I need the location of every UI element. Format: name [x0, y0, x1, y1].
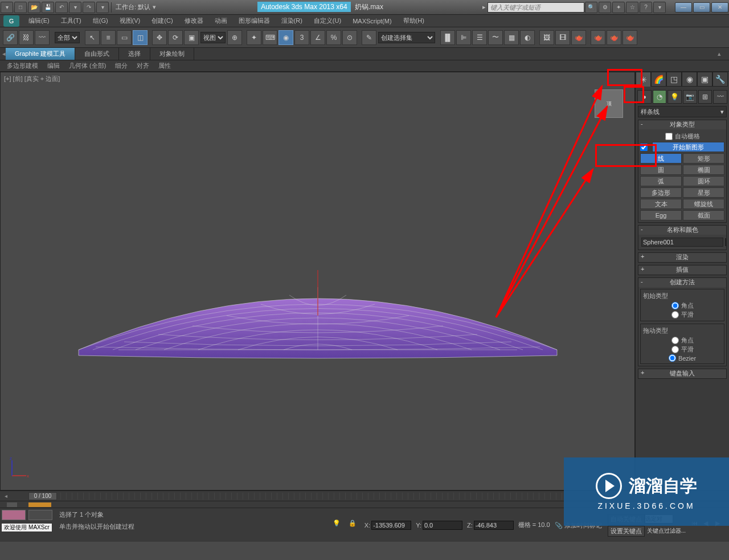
tab-modify-icon[interactable]: 🌈: [651, 72, 666, 87]
tab-motion-icon[interactable]: ◉: [682, 72, 697, 87]
curve-editor-icon[interactable]: 〜: [488, 30, 503, 45]
subtab-cameras-icon[interactable]: 📷: [683, 90, 697, 104]
render-frame-icon[interactable]: 🎞: [555, 30, 570, 45]
help-icon[interactable]: ?: [640, 2, 652, 13]
snap-icon[interactable]: ◉: [279, 30, 293, 45]
render-active-icon[interactable]: 🫖: [622, 30, 637, 45]
spinner-snap-icon[interactable]: ⊙: [342, 30, 357, 45]
favorite-icon[interactable]: ☆: [626, 2, 638, 13]
app-menu-icon[interactable]: ▾: [1, 2, 13, 13]
coord-x-input[interactable]: [371, 521, 411, 530]
select-name-icon[interactable]: ≡: [101, 30, 116, 45]
rollout-header-name[interactable]: -名称和颜色: [638, 226, 726, 235]
ribbon-min-icon[interactable]: ▴: [718, 50, 729, 58]
setkey-button[interactable]: 设置关键点: [608, 526, 645, 537]
sub-subdiv[interactable]: 细分: [110, 60, 132, 71]
sub-properties[interactable]: 属性: [154, 60, 175, 71]
track-toggle-icon[interactable]: [7, 502, 17, 507]
menu-animation[interactable]: 动画: [209, 15, 233, 27]
btn-text[interactable]: 文本: [640, 199, 682, 209]
menu-group[interactable]: 组(G): [87, 15, 114, 27]
sub-geometry[interactable]: 几何体 (全部): [64, 60, 110, 71]
tab-utilities-icon[interactable]: 🔧: [712, 72, 728, 87]
move-icon[interactable]: ✥: [152, 30, 167, 45]
sel-lock-icon[interactable]: 🔒: [349, 520, 360, 531]
render-icon[interactable]: 🫖: [571, 30, 586, 45]
viewport[interactable]: [+] [前] [真实 + 边面] 顶: [0, 72, 635, 490]
link-icon[interactable]: 🔗: [3, 30, 18, 45]
btn-helix[interactable]: 螺旋线: [683, 199, 724, 209]
mini-viewport-1[interactable]: [2, 510, 26, 520]
btn-arc[interactable]: 弧: [640, 176, 682, 186]
btn-circle[interactable]: 圆: [640, 165, 682, 175]
angle-snap-icon[interactable]: ∠: [310, 30, 325, 45]
timeline-left-icon[interactable]: ◂: [0, 493, 11, 499]
window-crossing-icon[interactable]: ◫: [133, 30, 148, 45]
help-search-icon[interactable]: 🔍: [585, 2, 597, 13]
viewcube[interactable]: 顶: [595, 89, 623, 118]
radio-drag-corner[interactable]: [671, 337, 679, 344]
exchange-icon[interactable]: ✦: [612, 2, 625, 13]
viewport-label[interactable]: [+] [前] [真实 + 边面]: [4, 75, 60, 83]
ribbon-tab-graphite[interactable]: Graphite 建模工具: [6, 48, 75, 60]
rollout-header-render[interactable]: +渲染: [638, 253, 726, 262]
menu-tools[interactable]: 工具(T): [55, 15, 87, 27]
ribbon-collapse-icon[interactable]: ◂: [0, 50, 6, 58]
maximize-button[interactable]: ▭: [693, 2, 710, 13]
named-set-select[interactable]: 创建选择集: [378, 32, 435, 43]
rollout-header-object-type[interactable]: -对象类型: [638, 120, 726, 129]
select-icon[interactable]: ↖: [85, 30, 100, 45]
coord-y-input[interactable]: [423, 521, 462, 530]
tab-display-icon[interactable]: ▣: [697, 72, 712, 87]
subtab-spacewarps-icon[interactable]: 〰: [713, 90, 727, 104]
btn-line[interactable]: 线: [640, 153, 682, 163]
mini-viewport-2[interactable]: [28, 510, 52, 520]
ribbon-tab-freeform[interactable]: 自由形式: [75, 48, 119, 60]
sub-align[interactable]: 对齐: [132, 60, 154, 71]
redo-icon[interactable]: ↷: [83, 2, 95, 13]
subtab-lights-icon[interactable]: 💡: [667, 90, 682, 104]
bind-icon[interactable]: 〰: [35, 30, 50, 45]
menu-edit[interactable]: 编辑(E): [23, 15, 55, 27]
render-prod-icon[interactable]: 🫖: [591, 30, 605, 45]
material-icon[interactable]: ◐: [520, 30, 535, 45]
undo-dd-icon[interactable]: ▾: [69, 2, 81, 13]
workspace-label[interactable]: 工作台: 默认: [116, 3, 150, 11]
subscription-icon[interactable]: ⚙: [599, 2, 611, 13]
subtab-shapes-icon[interactable]: ◔: [653, 90, 667, 104]
menu-create[interactable]: 创建(C): [146, 15, 178, 27]
search-input[interactable]: [488, 2, 584, 13]
btn-rectangle[interactable]: 矩形: [683, 153, 724, 163]
help-dd-icon[interactable]: ▾: [653, 2, 666, 13]
selection-filter-select[interactable]: 全部: [55, 32, 80, 43]
radio-drag-smooth[interactable]: [671, 346, 679, 353]
menu-modifiers[interactable]: 修改器: [179, 15, 209, 27]
keyfilter-button[interactable]: 关键点过滤器...: [647, 527, 686, 535]
category-select[interactable]: 样条线▾: [638, 106, 727, 117]
tab-hierarchy-icon[interactable]: ◳: [666, 72, 682, 87]
app-logo-icon[interactable]: G: [3, 15, 19, 27]
render-iter-icon[interactable]: 🫖: [607, 30, 621, 45]
percent-snap-icon[interactable]: %: [326, 30, 341, 45]
radio-initial-corner[interactable]: [671, 302, 679, 309]
new-icon[interactable]: □: [14, 2, 27, 13]
coord-z-input[interactable]: [474, 521, 514, 530]
menu-help[interactable]: 帮助(H): [398, 15, 430, 27]
open-icon[interactable]: 📂: [28, 2, 40, 13]
close-button[interactable]: ✕: [711, 2, 728, 13]
menu-maxscript[interactable]: MAXScript(M): [347, 16, 397, 26]
select-region-icon[interactable]: ▭: [117, 30, 132, 45]
btn-egg[interactable]: Egg: [640, 210, 682, 220]
editor-icon[interactable]: ✎: [362, 30, 376, 45]
unlink-icon[interactable]: ⛓: [19, 30, 34, 45]
layer-icon[interactable]: ☰: [472, 30, 487, 45]
render-setup-icon[interactable]: 🖼: [539, 30, 554, 45]
schematic-icon[interactable]: ▦: [504, 30, 519, 45]
minimize-button[interactable]: —: [675, 2, 692, 13]
undo-icon[interactable]: ↶: [55, 2, 68, 13]
rollout-header-creation[interactable]: -创建方法: [638, 278, 726, 287]
menu-view[interactable]: 视图(V): [114, 15, 146, 27]
rollout-header-keyboard[interactable]: +键盘输入: [638, 369, 726, 378]
mirror-icon[interactable]: ▐▌: [440, 30, 455, 45]
ribbon-tab-selection[interactable]: 选择: [119, 48, 150, 60]
